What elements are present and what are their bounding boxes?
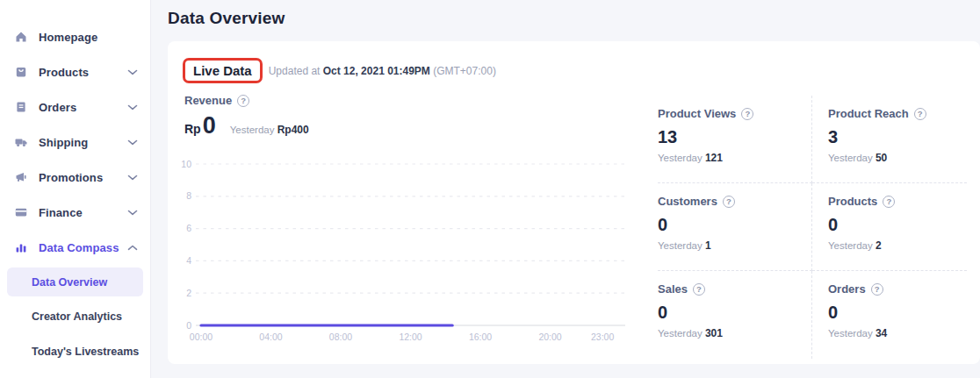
help-icon[interactable]: ? [883, 196, 895, 208]
live-data-highlight-box: Live Data [183, 58, 263, 83]
metric-label: Product Views [658, 107, 736, 120]
updated-timezone: (GMT+07:00) [433, 65, 496, 77]
sidebar-item-homepage[interactable]: Homepage [0, 19, 150, 54]
main-content: Data Overview Live Data Updated at Oct 1… [152, 0, 980, 378]
help-icon[interactable]: ? [723, 196, 735, 208]
metric-customers: Customers ? 0 Yesterday 1 [658, 183, 812, 271]
sidebar: Homepage Products Orders Shipping Pro [0, 0, 151, 378]
help-icon[interactable]: ? [914, 108, 926, 120]
updated-at-text: Updated at Oct 12, 2021 01:49PM (GMT+07:… [269, 65, 496, 77]
svg-text:6: 6 [186, 223, 191, 233]
svg-text:0: 0 [186, 320, 191, 331]
metric-value: 3 [828, 127, 967, 146]
chevron-down-icon [127, 175, 138, 181]
revenue-currency: Rp [184, 122, 201, 136]
yesterday-label: Yesterday [230, 125, 275, 135]
help-icon[interactable]: ? [741, 108, 753, 120]
help-icon[interactable]: ? [237, 95, 249, 107]
svg-text:23:00: 23:00 [591, 332, 614, 342]
metric-yesterday: Yesterday 121 [658, 152, 811, 164]
live-data-title: Live Data [193, 63, 252, 78]
sidebar-item-label: Homepage [39, 31, 138, 44]
sidebar-item-promotions[interactable]: Promotions [0, 160, 150, 195]
page-title: Data Overview [168, 9, 980, 28]
sidebar-item-finance[interactable]: Finance [0, 195, 150, 230]
metric-value: 13 [658, 127, 811, 146]
metric-label: Orders [828, 282, 866, 296]
sidebar-subitem-todays-livestreams[interactable]: Today's Livestreams [0, 334, 150, 369]
products-icon [14, 65, 28, 79]
yesterday-label: Yesterday [828, 328, 873, 339]
sidebar-item-label: Data Compass [39, 241, 127, 254]
sidebar-subitem-label: Creator Analytics [32, 310, 122, 323]
yesterday-value: 50 [876, 152, 887, 164]
revenue-chart: 108642000:0004:0008:0012:0016:0020:0023:… [171, 157, 625, 346]
metric-label: Product Reach [828, 107, 909, 120]
sidebar-subitem-label: Today's Livestreams [32, 346, 139, 358]
metric-yesterday: Yesterday 34 [828, 327, 967, 339]
revenue-yesterday: Yesterday Rp400 [230, 124, 309, 136]
svg-text:8: 8 [186, 190, 191, 201]
revenue-value: 0 [203, 114, 216, 138]
chevron-down-icon [127, 69, 138, 75]
yesterday-label: Yesterday [828, 240, 873, 251]
home-icon [14, 30, 28, 44]
help-icon[interactable]: ? [693, 283, 705, 296]
live-data-card: Live Data Updated at Oct 12, 2021 01:49P… [168, 41, 980, 364]
svg-text:10: 10 [181, 159, 191, 169]
sidebar-subitem-data-overview[interactable]: Data Overview [7, 267, 143, 296]
sidebar-subitem-creator-analytics[interactable]: Creator Analytics [0, 299, 150, 334]
sidebar-subitem-label: Data Overview [32, 276, 107, 289]
yesterday-label: Yesterday [658, 240, 703, 251]
metric-product-views: Product Views ? 13 Yesterday 121 [658, 96, 812, 183]
metric-value: 0 [658, 303, 811, 322]
svg-text:04:00: 04:00 [259, 332, 282, 342]
metric-product-reach: Product Reach ? 3 Yesterday 50 [812, 96, 967, 183]
sidebar-item-data-compass[interactable]: Data Compass [0, 230, 150, 265]
yesterday-value: Rp400 [277, 124, 309, 136]
yesterday-label: Yesterday [658, 153, 703, 163]
orders-icon [14, 100, 28, 114]
sidebar-item-label: Orders [39, 101, 127, 114]
metric-products: Products ? 0 Yesterday 2 [812, 183, 967, 271]
updated-time: Oct 12, 2021 01:49PM [323, 65, 430, 77]
sidebar-item-label: Shipping [39, 136, 127, 149]
metric-yesterday: Yesterday 1 [658, 239, 811, 252]
metric-label: Sales [658, 282, 688, 296]
metric-sales: Sales ? 0 Yesterday 301 [658, 271, 812, 359]
revenue-section: Revenue ? Rp 0 Yesterday Rp400 108642000… [171, 94, 634, 378]
sidebar-item-products[interactable]: Products [0, 54, 150, 89]
sidebar-item-shipping[interactable]: Shipping [0, 125, 150, 160]
yesterday-label: Yesterday [828, 153, 873, 163]
svg-text:16:00: 16:00 [469, 332, 492, 342]
data-compass-icon [14, 240, 28, 254]
svg-text:20:00: 20:00 [538, 332, 561, 342]
svg-text:00:00: 00:00 [190, 332, 213, 342]
svg-text:4: 4 [186, 255, 191, 266]
help-icon[interactable]: ? [871, 283, 883, 296]
yesterday-value: 34 [876, 327, 887, 339]
metric-orders: Orders ? 0 Yesterday 34 [812, 271, 967, 359]
sidebar-item-label: Promotions [39, 171, 127, 184]
shipping-icon [14, 135, 28, 149]
metric-yesterday: Yesterday 301 [658, 327, 811, 339]
chevron-down-icon [127, 139, 138, 146]
finance-icon [14, 205, 28, 219]
metric-yesterday: Yesterday 50 [828, 152, 967, 164]
live-data-header: Live Data Updated at Oct 12, 2021 01:49P… [183, 58, 496, 83]
metric-value: 0 [658, 215, 811, 234]
sidebar-item-orders[interactable]: Orders [0, 89, 150, 125]
svg-text:08:00: 08:00 [329, 332, 352, 342]
svg-text:2: 2 [186, 288, 191, 298]
promotions-icon [14, 170, 28, 184]
metric-label: Customers [658, 195, 717, 208]
svg-text:12:00: 12:00 [399, 332, 422, 342]
sidebar-item-label: Finance [39, 206, 127, 219]
chevron-up-icon [127, 245, 138, 251]
metrics-grid: Product Views ? 13 Yesterday 121 Product… [658, 96, 967, 359]
yesterday-value: 121 [705, 152, 723, 164]
yesterday-value: 2 [876, 239, 882, 252]
metric-yesterday: Yesterday 2 [828, 239, 967, 252]
metric-value: 0 [828, 303, 967, 322]
chevron-down-icon [127, 210, 138, 216]
